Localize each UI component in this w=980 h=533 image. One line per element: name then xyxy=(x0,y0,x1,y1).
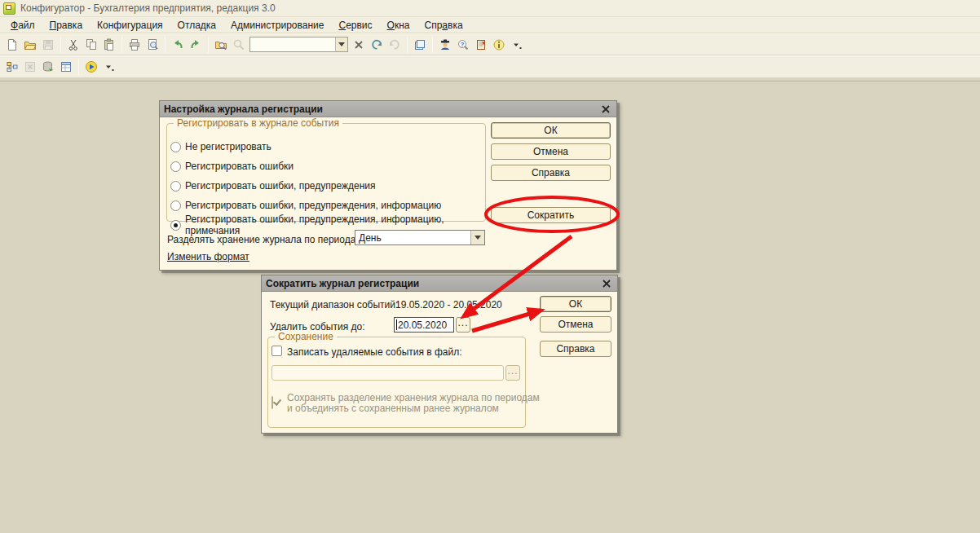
radio-option-1[interactable]: Не регистрировать xyxy=(170,137,483,156)
configuration-tree-button[interactable] xyxy=(3,58,21,76)
ok-button[interactable]: ОК xyxy=(540,296,611,312)
overflow-icon xyxy=(103,60,116,73)
toolbar-options-2-button[interactable] xyxy=(100,58,118,76)
help-button[interactable]: Справка xyxy=(540,341,611,357)
dialog-shrink-log-titlebar[interactable]: Сократить журнал регистрации xyxy=(262,275,617,292)
config-tree-icon xyxy=(6,60,19,73)
radio-group: Не регистрироватьРегистрировать ошибкиРе… xyxy=(170,137,483,235)
window-titlebar: Конфигуратор - Бухгалтерия предприятия, … xyxy=(0,0,980,17)
quick-search-input[interactable] xyxy=(250,37,335,51)
toolbar-separator xyxy=(78,59,79,75)
radio-option-3[interactable]: Регистрировать ошибки, предупреждения xyxy=(170,176,483,196)
syntax-check-icon xyxy=(439,38,452,51)
copy-icon xyxy=(85,38,98,51)
chevron-down-icon[interactable] xyxy=(335,37,347,51)
period-combobox[interactable]: День xyxy=(355,230,485,245)
save-button xyxy=(39,36,57,54)
update-database-configuration-button[interactable] xyxy=(39,58,57,76)
toolbar-separator xyxy=(121,37,122,53)
toolbar-separator xyxy=(208,37,209,53)
main-toolbar: ? xyxy=(0,33,980,55)
syntax-check-button[interactable] xyxy=(436,36,454,54)
cancel-button[interactable]: Отмена xyxy=(491,143,611,160)
period-value: День xyxy=(355,231,470,244)
window-list-button[interactable] xyxy=(411,36,429,54)
chevron-down-icon[interactable] xyxy=(470,231,484,244)
global-search-button[interactable] xyxy=(212,36,230,54)
date-picker-button[interactable]: ... xyxy=(456,317,470,333)
dialog-shrink-log: Сократить журнал регистрации Текущий диа… xyxy=(261,275,618,434)
about-button[interactable] xyxy=(490,36,508,54)
menu-item-help[interactable]: Справка xyxy=(417,18,470,33)
cut-icon xyxy=(67,38,80,51)
radio-option-4[interactable]: Регистрировать ошибки, предупреждения, и… xyxy=(170,196,483,215)
redo-button[interactable] xyxy=(187,36,205,54)
info-icon xyxy=(492,38,505,51)
undo-icon xyxy=(171,38,184,51)
open-form-button[interactable] xyxy=(57,58,75,76)
menu-item-administration[interactable]: Администрирование xyxy=(223,18,331,33)
ok-button[interactable]: ОК xyxy=(491,122,611,139)
paste-button[interactable] xyxy=(100,36,118,54)
cancel-button[interactable]: Отмена xyxy=(540,316,611,333)
close-icon[interactable] xyxy=(600,277,613,290)
write-to-file-checkbox[interactable] xyxy=(271,346,282,356)
delete-before-date-input[interactable]: 20.05.2020 xyxy=(394,317,454,333)
svg-text:?: ? xyxy=(461,40,465,47)
quick-search-combobox[interactable] xyxy=(249,37,348,52)
help-search-icon: ? xyxy=(457,38,470,51)
database-icon xyxy=(42,60,55,73)
toolbar-separator xyxy=(407,37,408,53)
new-document-button[interactable] xyxy=(3,36,21,54)
radio-option-2[interactable]: Регистрировать ошибки xyxy=(170,156,483,176)
menu-item-windows[interactable]: Окна xyxy=(380,18,417,33)
toolbar-separator xyxy=(165,37,166,53)
text-cursor xyxy=(396,319,397,330)
menu-item-configuration[interactable]: Конфигурация xyxy=(90,18,170,33)
menu-item-service[interactable]: Сервис xyxy=(331,18,379,33)
paste-icon xyxy=(103,38,116,51)
radio-label: Регистрировать ошибки xyxy=(185,161,294,172)
go-back-button[interactable] xyxy=(368,36,386,54)
shrink-log-button[interactable]: Сократить xyxy=(491,207,611,223)
windows-copy-icon xyxy=(413,38,426,51)
menu-item-debug[interactable]: Отладка xyxy=(170,18,223,33)
config-toolbar xyxy=(0,55,980,78)
menu-item-file[interactable]: Файл xyxy=(3,18,42,33)
copy-button[interactable] xyxy=(82,36,100,54)
file-path-input xyxy=(271,365,504,381)
form-table-icon xyxy=(60,60,73,73)
find-folder-icon xyxy=(214,38,227,51)
start-debug-icon xyxy=(85,60,98,73)
toolbar-separator xyxy=(432,37,433,53)
close-icon[interactable] xyxy=(599,103,612,116)
book-icon xyxy=(475,38,488,51)
help-button[interactable]: Справка xyxy=(491,165,611,181)
open-file-button[interactable] xyxy=(21,36,39,54)
print-icon xyxy=(128,38,141,51)
radio-icon xyxy=(170,181,181,192)
print-preview-button[interactable] xyxy=(143,36,161,54)
find-in-syntax-help-button[interactable]: ? xyxy=(454,36,472,54)
radio-icon xyxy=(170,142,181,152)
print-button[interactable] xyxy=(126,36,143,54)
clear-search-button[interactable] xyxy=(350,36,368,54)
undo-button[interactable] xyxy=(169,36,187,54)
range-value: 19.05.2020 - 20.05.2020 xyxy=(395,299,502,311)
dialog-log-settings-titlebar[interactable]: Настройка журнала регистрации xyxy=(160,101,616,117)
redo-icon xyxy=(189,38,202,51)
menu-item-edit[interactable]: Правка xyxy=(42,18,90,33)
save-group-label: Сохранение xyxy=(275,331,337,342)
start-debugging-button[interactable] xyxy=(82,58,100,76)
close-x-icon xyxy=(352,38,365,51)
change-format-link[interactable]: Изменить формат xyxy=(167,251,249,262)
menu-bar: ФайлПравкаКонфигурацияОтладкаАдминистрир… xyxy=(0,17,980,33)
toolbar-separator xyxy=(60,37,61,53)
cut-button[interactable] xyxy=(64,36,82,54)
write-to-file-label: Записать удаляемые события в файл: xyxy=(287,346,462,358)
syntax-helper-button[interactable] xyxy=(472,36,490,54)
close-configuration-button xyxy=(21,58,39,76)
radio-icon xyxy=(170,200,181,211)
radio-label: Регистрировать ошибки, предупреждения, и… xyxy=(185,200,441,211)
toolbar-options-button[interactable] xyxy=(508,36,526,54)
